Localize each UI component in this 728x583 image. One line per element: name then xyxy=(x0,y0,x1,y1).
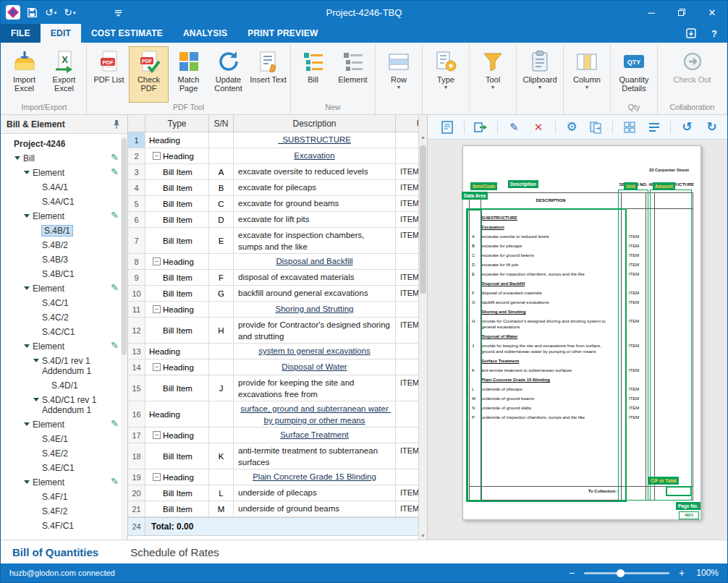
tree-item[interactable]: S.4A/C1 xyxy=(1,195,127,209)
undo-button[interactable]: ↺▾ xyxy=(45,7,56,17)
collapse-icon[interactable]: − xyxy=(153,473,161,481)
boq-row[interactable]: 13Headingsystem to general excavations xyxy=(128,344,428,359)
undo-dropdown-icon[interactable]: ▾ xyxy=(54,10,57,15)
edit-pencil-icon[interactable]: ✎ xyxy=(111,283,119,293)
edit-zone-button[interactable]: ✎ xyxy=(506,119,522,136)
page-no-zone-box[interactable]: 4B/1 xyxy=(679,511,699,519)
tree-item[interactable]: S.4E/2 xyxy=(1,446,127,461)
grid-scrollbar[interactable]: ▲ ▼ xyxy=(418,115,427,540)
boq-row[interactable]: 1Heading SUBSTRUCTURE xyxy=(128,132,428,148)
tab-analysis[interactable]: ANALYSIS xyxy=(173,24,237,43)
minimize-button[interactable]: ─ xyxy=(636,1,666,24)
pin-icon[interactable] xyxy=(111,119,122,129)
tree-item[interactable]: Element✎ xyxy=(1,339,127,354)
sidebar-scrollbar[interactable] xyxy=(121,134,127,540)
pdf-viewer[interactable]: 33 Carpenter Street SECTION NO. 4B - SUB… xyxy=(428,140,727,540)
zoom-slider[interactable] xyxy=(584,572,669,574)
tree-expander-icon[interactable] xyxy=(24,171,30,174)
item-code-badge[interactable]: Item/Code xyxy=(470,182,497,190)
amount-badge[interactable]: Amount xyxy=(653,182,675,190)
save-button[interactable] xyxy=(27,7,38,18)
row-menu-button[interactable]: Row ▾ xyxy=(378,46,420,103)
match-page-button[interactable]: Match Page xyxy=(169,46,208,103)
maximize-button[interactable] xyxy=(666,1,697,24)
scrollbar-thumb[interactable] xyxy=(122,138,127,355)
check-pdf-button[interactable]: PDF Check PDF xyxy=(129,46,169,103)
tab-file[interactable]: FILE xyxy=(1,24,41,43)
boq-row[interactable]: 18Bill ItemKanti-termite treatment to su… xyxy=(128,443,428,469)
insert-text-button[interactable]: Insert Text xyxy=(248,46,288,103)
boq-row[interactable]: 7Bill ItemEexcavate for inspection chamb… xyxy=(128,228,428,254)
collapse-icon[interactable]: − xyxy=(153,258,161,265)
scrollbar-thumb[interactable] xyxy=(420,145,426,294)
tab-bill-of-quantities[interactable]: Bill of Quantities xyxy=(12,546,98,558)
tree-item[interactable]: Bill✎ xyxy=(1,151,127,166)
zoom-in-button[interactable]: + xyxy=(677,567,687,579)
pdf-list-button[interactable]: PDF PDF List xyxy=(89,46,129,103)
scroll-down-arrow[interactable]: ▼ xyxy=(419,533,427,538)
update-content-button[interactable]: Update Content xyxy=(208,46,248,103)
pdf-page[interactable]: 33 Carpenter Street SECTION NO. 4B - SUB… xyxy=(462,145,701,520)
tree-item[interactable]: Element✎ xyxy=(1,209,127,224)
tree-item[interactable]: S.4D/1 rev 1 Addendum 1 xyxy=(1,354,127,378)
tree-item[interactable]: S.4C/1 xyxy=(1,296,127,310)
zoom-slider-handle[interactable] xyxy=(617,569,625,577)
tree-expander-icon[interactable] xyxy=(24,286,30,290)
tree-item[interactable]: S.4B/1 xyxy=(1,224,127,238)
edit-pencil-icon[interactable]: ✎ xyxy=(111,167,119,177)
tree-item[interactable]: S.4F/2 xyxy=(1,504,127,519)
boq-row[interactable]: 4Bill ItemBexcavate for pilecapsITEM xyxy=(128,180,428,196)
tree-item[interactable]: S.4B/3 xyxy=(1,252,127,267)
extract-region-button[interactable] xyxy=(473,119,489,136)
tree-expander-icon[interactable] xyxy=(24,344,30,348)
type-menu-button[interactable]: Type ▾ xyxy=(425,46,467,103)
tree-item[interactable]: S.4C/C1 xyxy=(1,325,127,339)
apply-to-pages-button[interactable] xyxy=(588,119,604,136)
customize-quick-access-button[interactable] xyxy=(114,8,123,17)
undo-rotate-button[interactable]: ↺ xyxy=(679,119,695,136)
tree-expander-icon[interactable] xyxy=(24,214,30,218)
tree-item[interactable]: S.4D/1 xyxy=(1,378,127,393)
boq-row[interactable]: 6Bill ItemDexcavate for lift pitsITEM xyxy=(128,212,428,228)
tree-item[interactable]: S.4E/C1 xyxy=(1,461,127,475)
tree-item[interactable]: S.4B/C1 xyxy=(1,267,127,281)
boq-row[interactable]: 21Bill ItemMunderside of ground beamsITE… xyxy=(128,501,428,517)
tab-print-preview[interactable]: PRINT PREVIEW xyxy=(237,24,328,43)
boq-row[interactable]: 9Bill ItemFdisposal of excavated materia… xyxy=(128,270,428,286)
zoom-out-button[interactable]: − xyxy=(567,567,577,579)
edit-pencil-icon[interactable]: ✎ xyxy=(111,477,119,487)
import-excel-button[interactable]: Import Excel xyxy=(4,46,44,103)
tab-schedule-of-rates[interactable]: Schedule of Rates xyxy=(130,546,219,558)
unit-badge[interactable]: Unit xyxy=(624,182,638,190)
tree-item[interactable]: S.4B/2 xyxy=(1,238,127,252)
boq-row[interactable]: 10Bill ItemGbackfill around general exca… xyxy=(128,286,428,302)
sn-column-header[interactable]: S/N xyxy=(209,115,234,132)
scroll-up-arrow[interactable]: ▲ xyxy=(419,135,427,140)
edit-pencil-icon[interactable]: ✎ xyxy=(111,153,119,163)
unit-zone-box[interactable] xyxy=(618,190,648,501)
boq-row[interactable]: 19−HeadingPlain Concrete Grade 15 Blindi… xyxy=(128,469,428,485)
boq-row[interactable]: 15Bill ItemJprovide for keeping the site… xyxy=(128,375,428,401)
redo-button[interactable]: ↻▾ xyxy=(64,7,75,17)
collapse-icon[interactable]: − xyxy=(153,152,161,160)
boq-row[interactable]: 14−HeadingDisposal of Water xyxy=(128,359,428,375)
item-code-zone-box[interactable] xyxy=(467,210,482,501)
check-out-button[interactable]: Check Out xyxy=(672,46,714,103)
grid-zones-button[interactable] xyxy=(621,119,638,136)
tree-expander-icon[interactable] xyxy=(24,480,30,484)
tab-cost-estimate[interactable]: COST ESTIMATE xyxy=(81,24,173,43)
boq-row[interactable]: 17−HeadingSurface Treatment xyxy=(128,427,428,443)
fit-width-button[interactable] xyxy=(646,119,662,136)
edit-pencil-icon[interactable]: ✎ xyxy=(111,419,119,429)
tool-menu-button[interactable]: Tool ▾ xyxy=(472,46,514,103)
tree-item[interactable]: S.4F/C1 xyxy=(1,519,127,533)
tree-item[interactable]: S.4E/1 xyxy=(1,432,127,446)
redo-rotate-button[interactable]: ↻ xyxy=(703,119,720,136)
description-badge[interactable]: Description xyxy=(508,180,538,188)
description-column-header[interactable]: Description xyxy=(234,115,396,132)
tree-item[interactable]: Element✎ xyxy=(1,281,127,296)
tree-expander-icon[interactable] xyxy=(33,398,39,401)
data-area-zone-box[interactable] xyxy=(466,208,627,502)
export-excel-button[interactable]: X Export Excel xyxy=(44,46,84,103)
help-button[interactable]: ? xyxy=(707,26,721,41)
